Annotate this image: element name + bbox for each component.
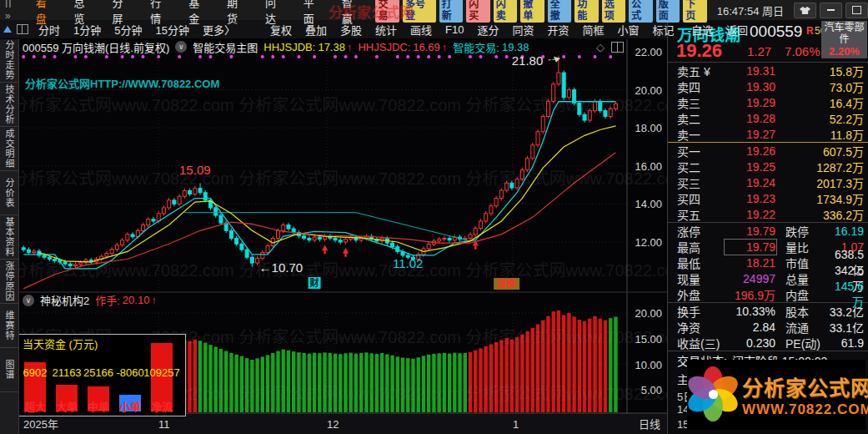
skin-icon[interactable] (794, 3, 816, 18)
svg-text:18.00: 18.00 (635, 122, 662, 134)
stats-row: 净资 2.84 流通 33.1亿 (668, 319, 868, 335)
toolbar-item[interactable]: 同资 (512, 22, 534, 38)
menu-item[interactable]: 问达 (265, 0, 285, 26)
order-label: 买五 (677, 206, 724, 223)
smart-value: 19.38 (502, 41, 529, 53)
sidebar-tab[interactable]: 图谱 (0, 348, 18, 392)
chevron-down-icon[interactable]: ∨ (175, 41, 187, 53)
order-label: 买一 (677, 143, 724, 159)
svg-text:11: 11 (158, 418, 170, 431)
arrow-up-icon[interactable] (3, 26, 12, 33)
maximize-button[interactable] (845, 3, 868, 18)
menu-item[interactable]: 期货 (227, 0, 247, 26)
stat-label: 净资 (677, 319, 725, 336)
svg-text:11.02: 11.02 (393, 256, 423, 270)
sidebar-tab[interactable]: 维赛特 (0, 304, 18, 348)
main-menu: 看盘总览分屏行情基金期货问达平面智赢 (27, 0, 371, 26)
toolbar-item[interactable]: 返回 (726, 22, 748, 38)
bid-row[interactable]: 买二 19.25 1287.2万 (668, 159, 868, 174)
window-menu-icon[interactable]: II » (5, 0, 22, 22)
subchart-title: 神秘机构2 (40, 292, 89, 308)
sidebar-tab[interactable]: 技术分析 (0, 83, 18, 127)
stats-row: 外盘 196.9万 内盘 145.6万 (668, 286, 868, 302)
sidebar-tab[interactable]: 分时走势 (0, 38, 18, 83)
sidebar-tab[interactable]: 成交明细 (0, 127, 18, 171)
sidebar-tab[interactable]: 涨停原因 (0, 260, 18, 304)
menu-item[interactable]: 行情 (150, 0, 170, 26)
quick-button[interactable]: 版面 (656, 0, 680, 23)
quick-button[interactable]: 闪卖 (494, 0, 518, 23)
svg-text:涨榜: 涨榜 (498, 278, 516, 289)
menu-item[interactable]: 基金 (188, 0, 208, 26)
quick-button[interactable]: 闪买 (466, 0, 490, 23)
panel-toggle-icon[interactable] (611, 42, 624, 53)
bid-row[interactable]: 买三 19.24 2017.3万 (668, 174, 868, 190)
order-price: 19.22 (724, 208, 775, 221)
stats-grid: 涨停 19.79 跌停 16.19 最高 19.79 量比 1.07 最低 18… (668, 223, 868, 351)
clock: 16:47:54 周日 (717, 3, 784, 18)
stat-value: 61.9 (824, 336, 864, 350)
svg-text:12: 12 (327, 418, 339, 431)
bid-row[interactable]: 买四 19.23 1734.9万 (668, 190, 868, 206)
toolbar-item[interactable]: 标记 (653, 22, 675, 38)
toolbar-item[interactable]: 开资 (547, 22, 569, 38)
menu-item[interactable]: 平面 (304, 0, 324, 26)
ask-row[interactable]: 卖五 ¥ 19.31 15.8万 (668, 63, 868, 78)
zuoshou-label: 作手: (95, 292, 120, 308)
quick-button[interactable]: 撤单 (520, 0, 544, 23)
stat-label: 涨停 (677, 223, 725, 240)
sidebar-tab[interactable]: 基本资料 (0, 215, 18, 260)
ask-row[interactable]: 卖四 19.30 73.0万 (668, 78, 868, 94)
ask-row[interactable]: 卖三 19.29 16.4万 (668, 94, 868, 110)
menu-item[interactable]: 分屏 (112, 0, 132, 26)
industry-badge[interactable]: 汽车零部件 2.20% (821, 21, 867, 58)
svg-text:14.00: 14.00 (635, 198, 662, 210)
quick-button[interactable]: 全撤 (548, 0, 572, 23)
svg-text:20.00: 20.00 (635, 307, 662, 320)
minimize-button[interactable] (820, 3, 842, 18)
bid-row[interactable]: 买一 19.26 607.5万 (668, 143, 868, 159)
toolbar-item[interactable]: F10 (445, 23, 464, 36)
bid-row[interactable]: 买五 19.22 336.2万 (668, 206, 868, 222)
sidebar-tab[interactable]: 分价表 (0, 171, 18, 215)
quick-button[interactable]: 选项 (602, 0, 626, 23)
svg-text:日线: 日线 (639, 418, 660, 431)
ask-row[interactable]: 卖二 19.28 52.2万 (668, 110, 868, 126)
toolbar-item[interactable]: 画线 (410, 22, 432, 38)
quick-button[interactable]: 下页 (683, 0, 707, 23)
toolbar-item[interactable]: 小窗 (618, 22, 640, 38)
order-price: 19.30 (724, 80, 775, 93)
quick-button[interactable]: 多号登 (403, 0, 436, 23)
quick-button[interactable]: 交易 (375, 0, 399, 23)
toolbar-item[interactable]: 逐分 (477, 22, 499, 38)
stat-label: 最高 (677, 239, 725, 255)
stat-label: 最低 (677, 255, 725, 271)
last-price: 19.26 (676, 40, 722, 62)
diamond-icon[interactable]: ◇ (596, 41, 605, 53)
menu-item[interactable]: 智赢 (342, 0, 362, 26)
fund-value: 25166 (83, 366, 113, 379)
stats-row: 收益(三) 0.230 PE(动) 61.9 (668, 335, 868, 351)
menu-item[interactable]: 看盘 (36, 0, 56, 26)
toolbar-item[interactable]: 简框 (583, 22, 605, 38)
main-chart-canvas[interactable]: 22.0020.0018.0016.0014.0012.0020.0015.00… (18, 38, 667, 434)
chart-title: 000559 万向钱潮(日线.前复权) (23, 39, 169, 55)
ask-row[interactable]: 卖一 19.27 11.8万 (668, 126, 868, 142)
order-volume: 11.8万 (775, 126, 864, 143)
fund-flow-box: 当天资金 (万元) 6902超大21163大单25166中单-8060小单109… (18, 334, 186, 416)
quick-button[interactable]: 功能 (574, 0, 599, 23)
chevron-down-icon[interactable]: ∨ (23, 295, 34, 306)
toolbar-item[interactable]: -自选 (688, 22, 713, 38)
stat-label: 换手 (677, 303, 725, 320)
chart-header: 000559 万向钱潮(日线.前复权) ∨ 智能交易主图 HHJSJDB: 17… (23, 40, 529, 53)
order-volume: 52.2万 (775, 110, 864, 127)
toolbar-item[interactable]: 统计 (375, 22, 397, 38)
stat-label: 内盘 (785, 286, 824, 303)
stat-value: 196.9万 (725, 286, 775, 303)
quick-button[interactable]: 公式 (629, 0, 653, 23)
menu-item[interactable]: 总览 (74, 0, 94, 26)
quick-button[interactable]: 打新 (439, 0, 464, 23)
svg-text:10.00: 10.00 (635, 359, 662, 371)
cyan-watermark: 分析家公式网HTTP://WWW.70822.COM (25, 75, 219, 91)
stat-label: 量比 (785, 239, 824, 255)
